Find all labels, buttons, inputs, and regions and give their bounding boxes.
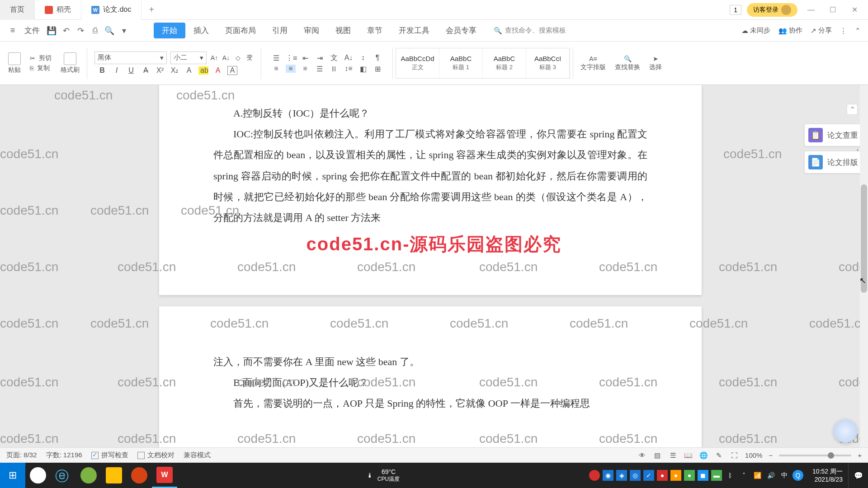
taskbar-ie[interactable]: ⓔ xyxy=(51,463,76,488)
menu-view[interactable]: 视图 xyxy=(327,23,359,38)
notifications-button[interactable]: 💬 xyxy=(848,463,868,488)
highlight-button[interactable]: ab xyxy=(198,66,208,75)
menu-start[interactable]: 开始 xyxy=(154,23,185,38)
zoom-out-button[interactable]: − xyxy=(769,451,773,459)
window-count-badge[interactable]: 1 xyxy=(730,5,741,15)
style-gallery[interactable]: AaBbCcDd正文 AaBbC标题 1 AaBbC标题 2 AaBbCcI标题… xyxy=(396,48,570,79)
menu-chapter[interactable]: 章节 xyxy=(359,23,391,38)
strikethrough-button[interactable]: A̶ xyxy=(141,66,151,75)
taskbar-app[interactable] xyxy=(25,463,51,488)
increase-font-icon[interactable]: A↑ xyxy=(210,54,218,62)
read-view-icon[interactable]: 📖 xyxy=(684,451,693,460)
tray-icon[interactable]: Q xyxy=(793,470,803,481)
menu-pagelayout[interactable]: 页面布局 xyxy=(217,23,264,38)
start-button[interactable]: ⊞ xyxy=(0,463,25,488)
login-button[interactable]: 访客登录 xyxy=(747,3,797,17)
style-normal[interactable]: AaBbCcDd正文 xyxy=(396,48,439,78)
outline-view-icon[interactable]: ☰ xyxy=(668,451,677,460)
zoom-in-button[interactable]: + xyxy=(858,451,862,459)
web-view-icon[interactable]: 🌐 xyxy=(699,451,708,460)
sort2-button[interactable]: ↕ xyxy=(358,54,368,62)
save-icon[interactable]: 💾 xyxy=(44,23,59,38)
print-icon[interactable]: ⎙ xyxy=(88,23,102,38)
page-view-icon[interactable]: ▤ xyxy=(653,451,662,460)
paste-button[interactable]: 粘贴 xyxy=(8,52,21,74)
maximize-button[interactable]: ☐ xyxy=(825,3,841,17)
menu-devtools[interactable]: 开发工具 xyxy=(391,23,438,38)
tray-icon[interactable]: ● xyxy=(670,470,681,481)
wifi-icon[interactable]: 📶 xyxy=(752,470,763,481)
copy-button[interactable]: ⎘复制 xyxy=(30,64,50,72)
zoom-level[interactable]: 100% xyxy=(745,451,762,459)
tray-icon[interactable]: ● xyxy=(657,470,668,481)
align-left-button[interactable]: ≡ xyxy=(271,65,281,73)
tray-icon[interactable]: ▬ xyxy=(711,470,722,481)
page-indicator[interactable]: 页面: 8/32 xyxy=(6,451,37,460)
dropdown-icon[interactable]: ▾ xyxy=(117,23,131,38)
text-layout-button[interactable]: A≡文字排版 xyxy=(580,55,606,71)
line-spacing-button[interactable]: ↕≡ xyxy=(344,65,354,73)
taskbar-app2[interactable] xyxy=(127,463,152,488)
bold-button[interactable]: B xyxy=(97,66,107,75)
tab-daoke[interactable]: 稻壳 xyxy=(35,0,81,20)
zoom-slider[interactable] xyxy=(779,455,851,456)
collapse-ribbon-icon[interactable]: ⌃ xyxy=(855,27,861,35)
tray-icon[interactable]: ◉ xyxy=(603,470,613,481)
volume-icon[interactable]: 🔊 xyxy=(765,470,776,481)
increase-indent-button[interactable]: ⇥ xyxy=(315,54,325,62)
align-center-button[interactable]: ≡ xyxy=(286,65,296,73)
asian-layout-button[interactable]: 文 xyxy=(329,53,339,63)
menu-insert[interactable]: 插入 xyxy=(185,23,217,38)
sync-status[interactable]: ☁未同步 xyxy=(741,26,770,35)
more-icon[interactable]: ⋮ xyxy=(840,27,847,35)
minimize-button[interactable]: — xyxy=(803,3,819,17)
document-area[interactable]: A.控制反转（IOC）是什么呢？ IOC:控制反转也叫依赖注入。利用了工厂模式将… xyxy=(0,85,868,470)
collab-button[interactable]: 👥协作 xyxy=(778,26,802,35)
close-button[interactable]: ✕ xyxy=(846,3,863,17)
char-border-button[interactable]: A xyxy=(227,66,237,75)
phonetic-icon[interactable]: 变 xyxy=(245,54,254,62)
taskbar-explorer[interactable] xyxy=(101,463,127,488)
italic-button[interactable]: I xyxy=(112,66,122,75)
find-replace-button[interactable]: 🔍查找替换 xyxy=(615,55,640,71)
tray-icon[interactable]: ✓ xyxy=(643,470,654,481)
taskbar-wps[interactable]: W xyxy=(152,463,177,488)
tray-icon[interactable]: ● xyxy=(684,470,695,481)
undo-icon[interactable]: ↶ xyxy=(59,23,73,38)
cut-button[interactable]: ✂剪切 xyxy=(30,54,52,62)
text-effect-button[interactable]: A xyxy=(184,66,194,75)
redo-icon[interactable]: ↷ xyxy=(73,23,88,38)
tray-up-icon[interactable]: ˄ xyxy=(738,470,749,481)
underline-button[interactable]: U xyxy=(126,66,136,75)
style-heading2[interactable]: AaBbC标题 2 xyxy=(483,48,526,78)
show-marks-button[interactable]: ¶ xyxy=(373,54,382,62)
menu-reference[interactable]: 引用 xyxy=(264,23,296,38)
share-button[interactable]: ↗分享 xyxy=(811,26,832,35)
side-panel-toggle[interactable]: ⌃ xyxy=(847,104,858,115)
word-count[interactable]: 字数: 12196 xyxy=(46,451,82,460)
subscript-button[interactable]: X₂ xyxy=(170,66,179,75)
command-search[interactable]: 🔍 查找命令、搜索模板 xyxy=(494,26,741,35)
tray-icon[interactable]: ◈ xyxy=(616,470,627,481)
tab-home[interactable]: 首页 xyxy=(0,0,35,20)
spell-check-toggle[interactable]: 拼写检查 xyxy=(91,451,128,460)
menu-hamburger-icon[interactable]: ≡ xyxy=(5,23,20,38)
decrease-indent-button[interactable]: ⇤ xyxy=(300,54,310,62)
tray-icon[interactable] xyxy=(589,470,600,481)
bullets-button[interactable]: ☰ xyxy=(271,54,281,62)
tab-add[interactable]: + xyxy=(142,5,161,15)
bluetooth-icon[interactable]: ᛒ xyxy=(725,470,736,481)
align-right-button[interactable]: ≡ xyxy=(300,65,310,73)
font-size-select[interactable]: 小二▾ xyxy=(170,52,207,64)
tab-document[interactable]: W论文.doc xyxy=(81,0,142,20)
clear-format-icon[interactable]: ◇ xyxy=(234,54,242,62)
menu-review[interactable]: 审阅 xyxy=(296,23,327,38)
decrease-font-icon[interactable]: A↓ xyxy=(222,54,230,62)
preview-icon[interactable]: 🔍 xyxy=(102,23,117,38)
menu-file[interactable]: 文件 xyxy=(20,25,44,36)
tray-icon[interactable]: ◎ xyxy=(630,470,641,481)
align-justify-button[interactable]: ☰ xyxy=(315,65,325,73)
eye-icon[interactable]: 👁 xyxy=(637,451,646,460)
shading-button[interactable]: ◧ xyxy=(358,65,368,73)
menu-vip[interactable]: 会员专享 xyxy=(438,23,485,38)
